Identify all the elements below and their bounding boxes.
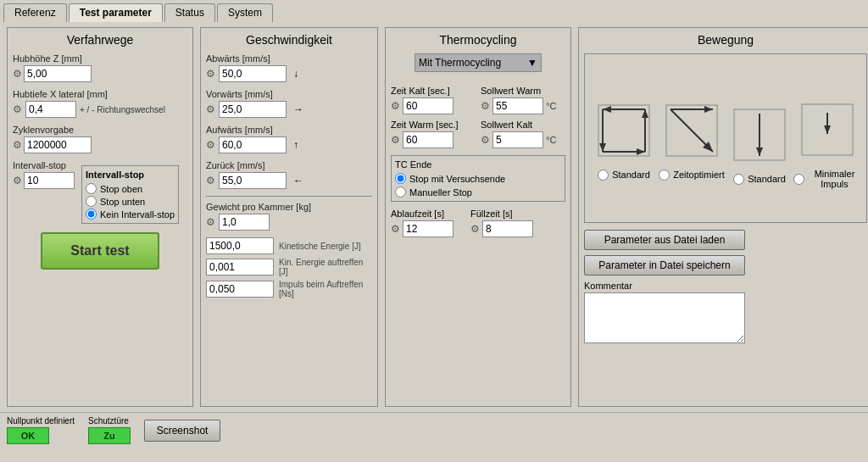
ablaufzeit-lock-icon: ⚙ [391,223,400,235]
hubhoehe-input[interactable] [24,65,92,82]
fuellzeit-input-row: ⚙ [470,220,533,237]
manueller-stop-label: Manueller Stop [409,187,472,198]
thermocycling-dropdown-label: Mit Thermocycling [419,57,501,69]
minimaler-impuls-option: Minimaler Impuls [793,96,861,189]
tab-bar: Referenz Test parameter Status System [0,0,868,22]
vorwaerts-arrow [290,103,303,115]
stop-unten-option[interactable]: Stop unten [86,196,175,207]
sollwert-kalt-unit: °C [546,135,556,145]
screenshot-button[interactable]: Screenshot [144,420,220,442]
sollwert-kalt-lock-icon: ⚙ [481,134,490,146]
vorwaerts-input[interactable] [219,101,287,118]
intervall-box-title: Intervall-stop [86,170,175,180]
tab-status[interactable]: Status [164,3,215,22]
sollwert-warm-input[interactable] [492,97,543,114]
gewicht-input[interactable] [219,214,270,231]
zyklenvorgabe-label: Zyklenvorgabe [13,125,187,135]
stop-versuchsende-option[interactable]: Stop mit Versuchsende [395,173,561,184]
kein-intervall-label: Kein Intervall-stop [100,209,175,220]
stop-oben-label: Stop oben [100,184,142,194]
fuellzeit-input[interactable] [482,220,533,237]
minimaler-impuls-label: Minimaler Impuls [808,169,861,189]
bottom-bar: Nullpunkt definiert OK Schutztüre Zu Scr… [0,412,868,448]
vorwaerts-row: ⚙ [206,101,372,118]
sollwert-warm-lock-icon: ⚙ [481,100,490,112]
svg-marker-13 [704,106,713,113]
dropdown-arrow-icon: ▼ [527,57,537,69]
zeit-kalt-lock-icon: ⚙ [391,100,400,112]
svg-marker-8 [603,106,611,113]
schutztuere-label: Schutztüre [88,416,129,426]
fuellzeit-field: Füllzeit [s] ⚙ [470,209,533,237]
manueller-stop-radio[interactable] [395,186,406,198]
zeit-warm-input-row: ⚙ [391,131,476,148]
intervall-input-row: ⚙ [13,172,75,189]
zurueck-row: ⚙ [206,172,372,189]
stop-oben-radio[interactable] [86,183,97,194]
tc-ende-title: TC Ende [395,159,561,170]
zyklenvorgabe-input[interactable] [24,136,92,153]
thermocycling-dropdown[interactable]: Mit Thermocycling ▼ [415,53,542,72]
tab-test-parameter[interactable]: Test parameter [69,3,163,22]
stop-versuchsende-label: Stop mit Versuchsende [409,174,505,184]
intervall-lock-icon: ⚙ [13,175,22,186]
kommentar-input[interactable] [584,292,745,343]
kein-intervall-option[interactable]: Kein Intervall-stop [86,209,175,220]
sollwert-kalt-input[interactable] [492,131,543,148]
param-speichern-button[interactable]: Parameter in Datei speichern [584,255,745,276]
gewicht-label: Gewicht pro Kammer [kg] [206,202,372,212]
fuellzeit-lock-icon: ⚙ [470,223,480,235]
standard1-radio[interactable] [598,170,609,181]
gewicht-lock-icon: ⚙ [206,216,215,228]
zurueck-label: Zurück [mm/s] [206,160,372,170]
tc-grid: Zeit Kalt [sec.] ⚙ Sollwert Warm ⚙ °C Ze… [391,86,565,148]
svg-marker-6 [642,109,648,118]
zurueck-input[interactable] [219,172,287,189]
manueller-stop-option[interactable]: Manueller Stop [395,186,561,198]
hubtiefe-input[interactable] [25,101,76,118]
tab-system[interactable]: System [217,3,273,22]
sollwert-kalt-label: Sollwert Kalt [481,120,565,130]
standard1-diagram [590,97,658,164]
tab-referenz[interactable]: Referenz [3,3,67,22]
richtungswechsel-label: + / - Richtungswechsel [80,105,165,114]
nullpunkt-ok-button[interactable]: OK [7,427,49,444]
start-test-button[interactable]: Start test [41,232,159,270]
param-laden-button[interactable]: Parameter aus Datei laden [584,230,745,250]
zeitoptimiert-option: Zeitoptimiert [658,97,726,181]
intervall-label: Intervall-stop [13,160,75,170]
abwaerts-lock-icon: ⚙ [206,68,215,80]
aufwaerts-input[interactable] [219,136,287,153]
minimaler-impuls-radio[interactable] [793,174,804,185]
nullpunkt-label: Nullpunkt definiert [7,416,75,426]
schutztuere-status: Schutztüre Zu [88,416,131,444]
aufwaerts-group: Aufwärts [mm/s] ⚙ [206,125,372,153]
zeitoptimiert-label: Zeitoptimiert [673,170,725,180]
kinetische-energie-input [206,237,274,254]
standard1-option: Standard [590,97,658,181]
hubtiefe-label: Hubtiefe X lateral [mm] [13,89,187,99]
sollwert-warm-label: Sollwert Warm [481,86,565,96]
stop-oben-option[interactable]: Stop oben [86,183,175,194]
kein-intervall-radio[interactable] [86,209,97,220]
vorwaerts-group: Vorwärts [mm/s] ⚙ [206,89,372,118]
ablaufzeit-input[interactable] [403,220,453,237]
svg-marker-4 [637,148,645,155]
ablaufzeit-label: Ablaufzeit [s] [391,209,453,219]
abwaerts-group: Abwärts [mm/s] ⚙ [206,53,372,82]
aufwaerts-arrow [290,139,298,151]
schutztuere-zu-button[interactable]: Zu [88,427,131,444]
zeitoptimiert-radio[interactable] [659,170,670,181]
standard1-label: Standard [612,170,650,180]
zeitoptimiert-diagram [658,97,726,164]
stop-unten-radio[interactable] [86,196,97,207]
ablaufzeit-field: Ablaufzeit [s] ⚙ [391,209,453,237]
zeit-kalt-input[interactable] [403,97,453,114]
sollwert-kalt-input-row: ⚙ °C [481,131,565,148]
stop-versuchsende-radio[interactable] [395,173,406,184]
intervall-input[interactable] [24,172,75,189]
standard2-radio[interactable] [733,174,744,185]
abwaerts-input[interactable] [219,65,287,82]
abwaerts-arrow [290,68,298,80]
zeit-warm-input[interactable] [403,131,453,148]
